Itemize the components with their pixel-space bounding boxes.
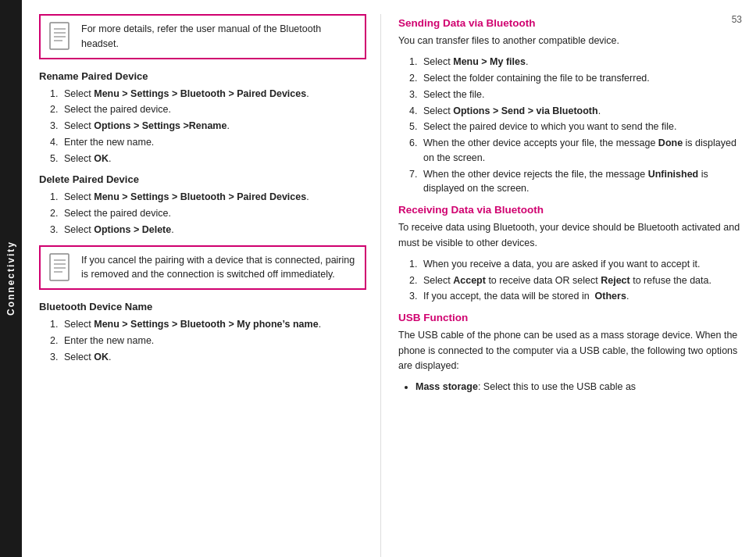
sending-step-7: When the other device rejects the file, … — [420, 167, 742, 197]
receiving-section-title: Receiving Data via Bluetooth — [398, 204, 742, 216]
rename-step-5: Select OK. — [61, 152, 366, 166]
sending-step-3: Select the file. — [420, 87, 742, 102]
rename-step-4: Enter the new name. — [61, 135, 366, 150]
receiving-intro: To receive data using Bluetooth, your de… — [398, 220, 742, 251]
notice-top-text: For more details, refer the user manual … — [81, 22, 357, 52]
sidebar: Connectivity — [0, 0, 22, 557]
usb-section-title: USB Function — [398, 312, 742, 323]
delete-section-title: Delete Paired Device — [39, 173, 366, 185]
receiving-step-3: If you accept, the data will be stored i… — [420, 289, 742, 304]
left-column: For more details, refer the user manual … — [22, 14, 381, 557]
sending-step-5: Select the paired device to which you wa… — [420, 120, 742, 134]
notice-box-top: For more details, refer the user manual … — [39, 14, 366, 59]
receiving-step-1: When you receive a data, you are asked i… — [420, 257, 742, 272]
main-content: For more details, refer the user manual … — [22, 0, 756, 557]
bt-name-step-3: Select OK. — [61, 350, 366, 365]
delete-steps-list: Select Menu > Settings > Bluetooth > Pai… — [39, 190, 366, 237]
sidebar-label: Connectivity — [5, 241, 16, 316]
document-icon-top — [48, 22, 73, 50]
bt-name-step-2: Enter the new name. — [61, 334, 366, 348]
right-column: 53 Sending Data via Bluetooth You can tr… — [381, 14, 756, 557]
rename-step-1: Select Menu > Settings > Bluetooth > Pai… — [61, 87, 366, 102]
sending-section-title: Sending Data via Bluetooth — [398, 17, 742, 29]
delete-step-2: Select the paired device. — [61, 206, 366, 221]
delete-step-1: Select Menu > Settings > Bluetooth > Pai… — [61, 190, 366, 205]
sending-step-4: Select Options > Send > via Bluetooth. — [420, 104, 742, 119]
bt-name-section-title: Bluetooth Device Name — [39, 301, 366, 312]
page-number: 53 — [732, 14, 742, 25]
bt-name-steps-list: Select Menu > Settings > Bluetooth > My … — [39, 317, 366, 364]
usb-intro: The USB cable of the phone can be used a… — [398, 328, 742, 373]
sending-step-1: Select Menu > My files. — [420, 55, 742, 70]
usb-bullets-list: Mass storage: Select this to use the USB… — [398, 380, 742, 395]
rename-section-title: Rename Paired Device — [39, 70, 366, 82]
sending-step-2: Select the folder containing the file to… — [420, 71, 742, 86]
bt-name-step-1: Select Menu > Settings > Bluetooth > My … — [61, 317, 366, 332]
delete-step-3: Select Options > Delete. — [61, 223, 366, 237]
usb-bullet-1: Mass storage: Select this to use the USB… — [415, 380, 742, 395]
svg-rect-5 — [50, 254, 69, 280]
svg-rect-0 — [50, 23, 69, 49]
sending-step-6: When the other device accepts your file,… — [420, 136, 742, 166]
document-icon-middle — [48, 253, 73, 281]
rename-step-2: Select the paired device. — [61, 102, 366, 117]
rename-step-3: Select Options > Settings >Rename. — [61, 119, 366, 134]
notice-box-middle: If you cancel the pairing with a device … — [39, 245, 366, 291]
receiving-step-2: Select Accept to receive data OR select … — [420, 273, 742, 288]
sending-intro: You can transfer files to another compat… — [398, 34, 742, 48]
rename-steps-list: Select Menu > Settings > Bluetooth > Pai… — [39, 87, 366, 166]
receiving-steps-list: When you receive a data, you are asked i… — [398, 257, 742, 304]
notice-middle-text: If you cancel the pairing with a device … — [81, 253, 357, 283]
sending-steps-list: Select Menu > My files. Select the folde… — [398, 55, 742, 196]
